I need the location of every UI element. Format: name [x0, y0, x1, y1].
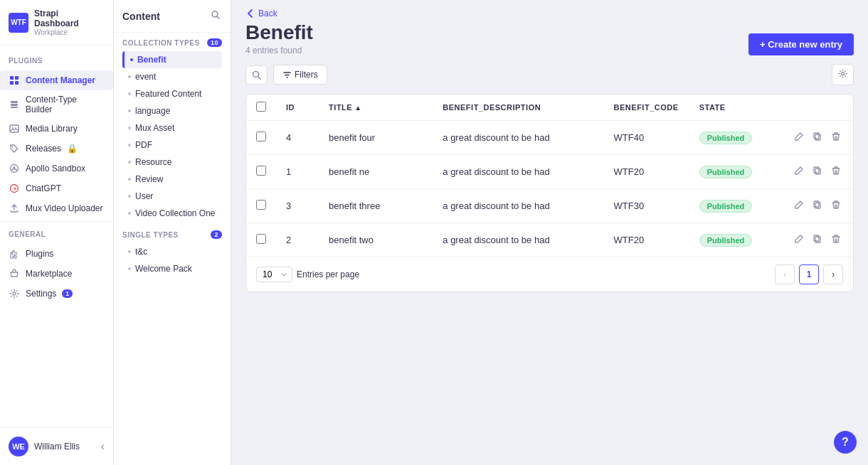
- row-id: 1: [276, 155, 319, 189]
- content-item-welcome-pack[interactable]: Welcome Pack: [122, 260, 222, 277]
- collection-types-label: COLLECTION TYPES 10: [122, 38, 222, 47]
- app-logo: WTF: [9, 13, 28, 33]
- puzzle-icon: [9, 248, 20, 260]
- delete-button[interactable]: [829, 198, 843, 214]
- content-item-label: Featured Content: [135, 89, 201, 99]
- row-description: a great discount to be had: [433, 155, 603, 189]
- upload-icon: [9, 203, 20, 214]
- prev-page-button[interactable]: ‹: [775, 264, 795, 284]
- content-item-label: PDF: [135, 140, 152, 150]
- sidebar: WTF Strapi Dashboard Workplace PLUGINS C…: [0, 0, 114, 465]
- delete-button[interactable]: [829, 164, 843, 180]
- row-select-checkbox[interactable]: [256, 200, 266, 210]
- svg-point-9: [12, 146, 14, 148]
- dot-icon: [128, 75, 131, 78]
- content-item-mux-asset[interactable]: Mux Asset: [122, 119, 222, 137]
- delete-button[interactable]: [829, 129, 843, 146]
- sidebar-item-content-manager[interactable]: Content Manager: [0, 70, 113, 90]
- sidebar-item-apollo-sandbox[interactable]: Apollo Sandbox: [0, 159, 113, 178]
- sidebar-item-label: Marketplace: [26, 269, 72, 279]
- row-actions: [782, 121, 853, 155]
- sidebar-item-content-type-builder[interactable]: Content-Type Builder: [0, 90, 113, 119]
- create-new-entry-button[interactable]: + Create new entry: [748, 33, 854, 55]
- svg-rect-18: [815, 134, 820, 140]
- row-select-checkbox[interactable]: [256, 166, 266, 176]
- duplicate-button[interactable]: [810, 164, 825, 180]
- next-page-button[interactable]: ›: [823, 264, 843, 284]
- sidebar-item-label: Mux Video Uploader: [26, 203, 103, 213]
- edit-button[interactable]: [792, 198, 806, 214]
- dot-icon: [128, 250, 131, 253]
- content-item-review[interactable]: Review: [122, 171, 222, 188]
- content-item-benefit[interactable]: Benefit: [122, 51, 222, 68]
- page-1-button[interactable]: 1: [799, 264, 819, 284]
- sidebar-brand: Strapi Dashboard Workplace: [34, 9, 105, 36]
- edit-button[interactable]: [792, 164, 806, 180]
- content-item-video-collection-one[interactable]: Video Collection One: [122, 205, 222, 222]
- table-search-button[interactable]: [245, 65, 268, 85]
- edit-button[interactable]: [792, 232, 806, 248]
- published-badge: Published: [699, 132, 753, 144]
- row-select-checkbox[interactable]: [256, 234, 266, 244]
- dot-icon: [128, 144, 131, 146]
- help-button[interactable]: ?: [834, 431, 857, 454]
- content-item-resource[interactable]: Resource: [122, 154, 222, 171]
- title-column-header[interactable]: TITLE ▲: [319, 95, 433, 121]
- svg-rect-2: [10, 81, 14, 85]
- state-column-header: STATE: [689, 95, 782, 121]
- dot-icon: [128, 161, 131, 164]
- avatar: WE: [9, 437, 28, 456]
- dot-icon: [130, 58, 133, 61]
- row-actions: [782, 223, 853, 257]
- row-checkbox-cell: [246, 189, 276, 223]
- sidebar-item-settings[interactable]: Settings 1: [0, 284, 113, 304]
- table-settings-button[interactable]: [832, 64, 854, 85]
- sidebar-item-media-library[interactable]: Media Library: [0, 119, 113, 139]
- row-select-checkbox[interactable]: [256, 132, 266, 141]
- content-search-button[interactable]: [209, 9, 222, 23]
- delete-button[interactable]: [829, 232, 843, 248]
- content-item-label: Benefit: [137, 55, 166, 65]
- content-item-event[interactable]: event: [122, 68, 222, 85]
- single-types-label: SINGLE TYPES 2: [122, 230, 222, 239]
- sidebar-item-mux-video-uploader[interactable]: Mux Video Uploader: [0, 198, 113, 218]
- filters-button[interactable]: Filters: [273, 65, 327, 85]
- sidebar-item-chatgpt[interactable]: ✦ ChatGPT: [0, 178, 113, 198]
- content-item-user[interactable]: User: [122, 188, 222, 205]
- sidebar-item-plugins[interactable]: Plugins: [0, 244, 113, 264]
- back-button[interactable]: Back: [245, 9, 277, 18]
- content-item-tc[interactable]: t&c: [122, 243, 222, 260]
- brand-name: Strapi Dashboard: [34, 9, 105, 28]
- dot-icon: [128, 92, 131, 95]
- row-state: Published: [689, 121, 782, 155]
- content-item-label: Review: [135, 174, 163, 184]
- grid-icon: [9, 75, 20, 86]
- edit-button[interactable]: [792, 129, 806, 146]
- main-content: Back Benefit 4 entries found + Create ne…: [231, 0, 868, 465]
- svg-rect-20: [815, 169, 820, 174]
- image-icon: [9, 123, 20, 134]
- collection-count-badge: 10: [207, 38, 222, 47]
- collection-types-section: COLLECTION TYPES 10 Benefit event Featur…: [114, 33, 231, 225]
- per-page-controls: 10 20 50 100 Entries per page: [256, 267, 359, 282]
- duplicate-button[interactable]: [810, 129, 825, 146]
- content-item-featured-content[interactable]: Featured Content: [122, 85, 222, 102]
- sidebar-item-label: Media Library: [26, 124, 78, 134]
- published-badge: Published: [699, 200, 753, 213]
- sidebar-item-releases[interactable]: Releases 🔒: [0, 139, 113, 159]
- collapse-sidebar-button[interactable]: ‹: [101, 440, 105, 453]
- per-page-select[interactable]: 10 20 50 100: [256, 267, 292, 282]
- select-all-checkbox[interactable]: [256, 102, 266, 112]
- table-row: 2 benefit two a great discount to be had…: [246, 223, 853, 257]
- sidebar-footer: WE William Ellis ‹: [0, 427, 113, 465]
- svg-rect-7: [10, 125, 18, 132]
- svg-rect-4: [11, 101, 18, 103]
- svg-point-17: [842, 73, 845, 75]
- duplicate-button[interactable]: [810, 232, 825, 248]
- duplicate-button[interactable]: [810, 198, 825, 214]
- sidebar-item-marketplace[interactable]: Marketplace: [0, 264, 113, 284]
- content-item-language[interactable]: language: [122, 102, 222, 119]
- gear-icon: [9, 288, 20, 299]
- row-actions: [782, 155, 853, 189]
- content-item-pdf[interactable]: PDF: [122, 137, 222, 154]
